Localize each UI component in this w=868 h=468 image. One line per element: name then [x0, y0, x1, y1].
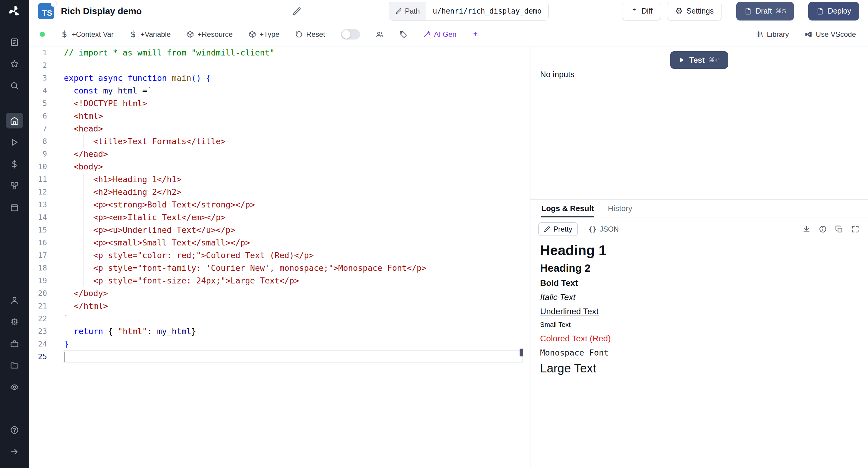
code-line-18[interactable]: 18 <p style="font-family: 'Courier New',…	[29, 262, 523, 274]
code-line-8[interactable]: 8 <title>Text Formats</title>	[29, 135, 523, 148]
windmill-logo-icon[interactable]	[7, 4, 22, 18]
deploy-button-label: Deploy	[828, 7, 851, 16]
path-button[interactable]: Path	[389, 2, 426, 20]
package-icon	[186, 30, 194, 38]
code-text: }	[47, 338, 69, 350]
add-variable-button[interactable]: $ +Variable	[129, 30, 170, 38]
sidebar-item-users[interactable]	[6, 293, 23, 308]
dollar-icon: $	[61, 30, 68, 38]
tab-history[interactable]: History	[608, 200, 632, 217]
sidebar-item-expand[interactable]	[6, 444, 23, 460]
code-line-25[interactable]: 25	[29, 350, 523, 363]
sidebar-item-settings[interactable]: ⚙	[6, 314, 23, 330]
edit-summary-button[interactable]	[292, 7, 301, 16]
code-line-1[interactable]: 1// import * as wmill from "windmill-cli…	[29, 47, 523, 59]
code-line-6[interactable]: 6 <html>	[29, 110, 523, 122]
code-line-4[interactable]: 4 const my_html =`	[29, 84, 523, 97]
reset-button[interactable]: Reset	[295, 30, 325, 38]
code-line-20[interactable]: 20 </body>	[29, 287, 523, 300]
sidebar-item-board[interactable]	[6, 34, 23, 50]
refresh-icon	[295, 30, 303, 38]
code-line-21[interactable]: 21 </html>	[29, 300, 523, 313]
draft-button[interactable]: Draft ⌘S	[736, 2, 794, 21]
test-button-label: Test	[689, 56, 705, 65]
ai-gen-button[interactable]: AI Gen	[423, 30, 457, 38]
code-line-13[interactable]: 13 <p><strong>Bold Text</strong></p>	[29, 198, 523, 211]
add-type-label: +Type	[259, 30, 279, 38]
language-badge-typescript[interactable]: TS	[38, 3, 54, 19]
download-result-button[interactable]	[802, 225, 811, 233]
code-text: <p><em>Italic Text</em></p>	[47, 211, 225, 224]
code-line-7[interactable]: 7 <head>	[29, 122, 523, 135]
add-type-button[interactable]: +Type	[248, 30, 279, 38]
sidebar-item-runs[interactable]	[6, 135, 23, 150]
collaborators-button[interactable]	[376, 30, 384, 38]
board-icon	[10, 38, 19, 47]
code-text: </html>	[47, 300, 108, 313]
sidebar-item-variables[interactable]: $	[6, 156, 23, 172]
sidebar-item-search[interactable]	[6, 78, 23, 93]
wand-icon	[423, 30, 431, 38]
result-line-h2: Heading 2	[540, 262, 858, 274]
run-panel: Test ⌘↵ No inputs	[530, 47, 868, 199]
sidebar-item-audit-logs[interactable]	[6, 379, 23, 395]
library-button[interactable]: Library	[755, 30, 789, 38]
settings-button[interactable]: ⚙ Settings	[667, 2, 722, 21]
windmill-app: $ ⚙ TS Rich Display demo Path u/henri/ri…	[0, 0, 868, 468]
code-line-10[interactable]: 10 <body>	[29, 160, 523, 173]
search-icon	[10, 81, 19, 90]
tab-logs-result[interactable]: Logs & Result	[541, 200, 594, 217]
sidebar-item-resources[interactable]	[6, 178, 23, 194]
sidebar-item-schedules[interactable]	[6, 200, 23, 215]
code-line-9[interactable]: 9 </head>	[29, 148, 523, 160]
diff-button[interactable]: Diff	[622, 2, 661, 21]
ai-sparkles-button[interactable]	[472, 30, 480, 38]
code-line-17[interactable]: 17 <p style="color: red;">Colored Text (…	[29, 249, 523, 262]
code-line-3[interactable]: 3export async function main() {	[29, 72, 523, 84]
line-number: 1	[29, 47, 47, 59]
path-value[interactable]: u/henri/rich_display_demo	[426, 2, 548, 20]
code-text: <p style="font-size: 24px;">Large Text</…	[47, 274, 299, 287]
sidebar-item-favorites[interactable]	[6, 56, 23, 72]
code-line-2[interactable]: 2	[29, 59, 523, 72]
use-vscode-button[interactable]: Use VScode	[805, 30, 856, 38]
gear-icon: ⚙	[10, 318, 19, 327]
deploy-button[interactable]: Deploy	[808, 2, 859, 21]
panel-splitter-vertical[interactable]	[523, 47, 530, 468]
code-line-15[interactable]: 15 <p><u>Underlined Text</u></p>	[29, 224, 523, 236]
expand-result-button[interactable]	[851, 225, 860, 233]
dollar-icon: $	[129, 30, 137, 38]
sidebar-item-help[interactable]	[6, 422, 23, 438]
multiplayer-toggle[interactable]	[341, 29, 360, 39]
copy-result-button[interactable]	[835, 225, 843, 233]
code-text: <body>	[47, 160, 103, 173]
code-line-14[interactable]: 14 <p><em>Italic Text</em></p>	[29, 211, 523, 224]
line-number: 3	[29, 72, 47, 84]
test-button[interactable]: Test ⌘↵	[670, 51, 728, 69]
code-line-23[interactable]: 23 return { "html": my_html}	[29, 325, 523, 338]
view-mode-json-label: JSON	[599, 225, 619, 233]
line-number: 23	[29, 325, 47, 338]
code-line-5[interactable]: 5 <!DOCTYPE html>	[29, 97, 523, 110]
add-context-var-button[interactable]: $ +Context Var	[61, 30, 114, 38]
code-line-12[interactable]: 12 <h2>Heading 2</h2>	[29, 186, 523, 198]
sidebar-item-home[interactable]	[6, 113, 23, 128]
result-controls: Pretty {} JSON	[530, 217, 868, 236]
view-mode-json[interactable]: {} JSON	[583, 222, 624, 236]
code-line-22[interactable]: 22`	[29, 313, 523, 325]
format-button[interactable]	[399, 30, 407, 38]
view-mode-pretty[interactable]: Pretty	[538, 222, 578, 236]
copy-icon	[835, 225, 843, 233]
line-number: 17	[29, 249, 47, 262]
add-resource-button[interactable]: +Resource	[186, 30, 233, 38]
code-line-11[interactable]: 11 <h1>Heading 1</h1>	[29, 173, 523, 186]
result-info-button[interactable]	[818, 225, 827, 233]
code-text: <!DOCTYPE html>	[47, 97, 147, 110]
sidebar-item-folders[interactable]	[6, 358, 23, 373]
code-line-16[interactable]: 16 <p><small>Small Text</small></p>	[29, 236, 523, 249]
result-line-bold: Bold Text	[540, 278, 858, 288]
code-line-19[interactable]: 19 <p style="font-size: 24px;">Large Tex…	[29, 274, 523, 287]
code-line-24[interactable]: 24}	[29, 338, 523, 350]
code-editor[interactable]: 1// import * as wmill from "windmill-cli…	[29, 47, 523, 468]
sidebar-item-workers[interactable]	[6, 336, 23, 352]
